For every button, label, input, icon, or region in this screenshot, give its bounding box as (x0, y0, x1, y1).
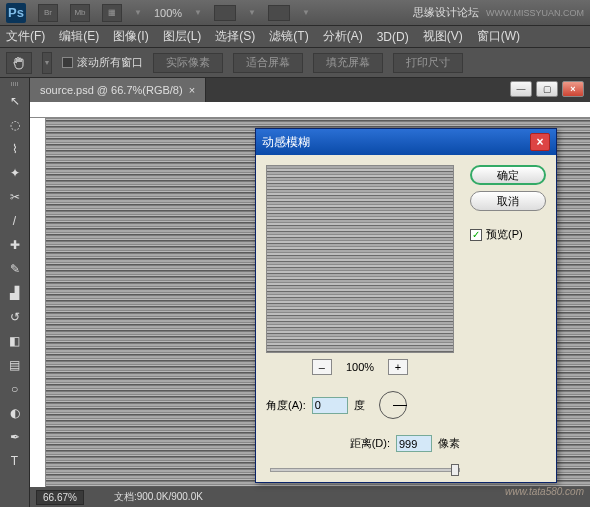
menu-edit[interactable]: 编辑(E) (59, 28, 99, 45)
menu-file[interactable]: 文件(F) (6, 28, 45, 45)
checkbox-icon (62, 57, 73, 68)
preview-zoom: 100% (346, 361, 374, 373)
move-tool-icon[interactable]: ↖ (3, 90, 27, 112)
screen-mode-icon[interactable]: ▦ (102, 4, 122, 22)
type-tool-icon[interactable]: T (3, 450, 27, 472)
brush-tool-icon[interactable]: ✎ (3, 258, 27, 280)
gradient-tool-icon[interactable]: ▤ (3, 354, 27, 376)
dodge-tool-icon[interactable]: ◐ (3, 402, 27, 424)
stamp-tool-icon[interactable]: ▟ (3, 282, 27, 304)
marquee-tool-icon[interactable]: ◌ (3, 114, 27, 136)
angle-dial[interactable] (379, 391, 407, 419)
menu-view[interactable]: 视图(V) (423, 28, 463, 45)
workspace-icon[interactable] (268, 5, 290, 21)
menu-3d[interactable]: 3D(D) (377, 30, 409, 44)
ruler-vertical (30, 118, 46, 487)
tool-dropdown[interactable]: ▼ (42, 52, 52, 74)
dialog-title: 动感模糊 (262, 134, 310, 151)
distance-slider[interactable] (270, 468, 460, 472)
menu-window[interactable]: 窗口(W) (477, 28, 520, 45)
distance-row: 距离(D): 像素 (266, 435, 460, 452)
status-zoom[interactable]: 66.67% (36, 490, 84, 505)
actual-pixels-button[interactable]: 实际像素 (153, 53, 223, 73)
preview-panel: – 100% + (266, 165, 454, 375)
app-topbar: Ps Br Mb ▦ ▼ 100% ▼ ▼ ▼ 思缘设计论坛 WWW.MISSY… (0, 0, 590, 26)
dropdown-arrow-4[interactable]: ▼ (302, 8, 310, 17)
heal-tool-icon[interactable]: ✚ (3, 234, 27, 256)
checkbox-checked-icon: ✓ (470, 229, 482, 241)
angle-input[interactable] (312, 397, 348, 414)
preview-checkbox[interactable]: ✓ 预览(P) (470, 227, 546, 242)
document-tab[interactable]: source.psd @ 66.7%(RGB/8) × (30, 78, 206, 102)
ps-logo: Ps (6, 3, 26, 23)
hand-tool-icon[interactable] (6, 52, 32, 74)
ok-button[interactable]: 确定 (470, 165, 546, 185)
dropdown-arrow-3[interactable]: ▼ (248, 8, 256, 17)
status-docinfo: 文档:900.0K/900.0K (114, 490, 203, 504)
lasso-tool-icon[interactable]: ⌇ (3, 138, 27, 160)
cancel-button[interactable]: 取消 (470, 191, 546, 211)
mb-icon[interactable]: Mb (70, 4, 90, 22)
tab-title: source.psd @ 66.7%(RGB/8) (40, 84, 183, 96)
dropdown-arrow-1[interactable]: ▼ (134, 8, 142, 17)
angle-unit: 度 (354, 398, 365, 413)
scroll-all-checkbox[interactable]: 滚动所有窗口 (62, 55, 143, 70)
motion-blur-dialog: 动感模糊 × – 100% + 角度(A): 度 距离( (255, 128, 557, 483)
tab-close-icon[interactable]: × (189, 84, 195, 96)
dropdown-arrow-2[interactable]: ▼ (194, 8, 202, 17)
zoom-out-button[interactable]: – (312, 359, 332, 375)
zoom-row: – 100% + (266, 359, 454, 375)
option-bar: ▼ 滚动所有窗口 实际像素 适合屏幕 填充屏幕 打印尺寸 (0, 48, 590, 78)
scroll-all-label: 滚动所有窗口 (77, 55, 143, 70)
pen-tool-icon[interactable]: ✒ (3, 426, 27, 448)
maximize-button[interactable]: ▢ (536, 81, 558, 97)
menu-layer[interactable]: 图层(L) (163, 28, 202, 45)
preview-image[interactable] (266, 165, 454, 353)
zoom-in-button[interactable]: + (388, 359, 408, 375)
dialog-titlebar[interactable]: 动感模糊 × (256, 129, 556, 155)
brand-label: 思缘设计论坛 WWW.MISSYUAN.COM (413, 5, 584, 20)
close-button[interactable]: × (562, 81, 584, 97)
ruler-horizontal (30, 102, 590, 118)
arrange-icon[interactable] (214, 5, 236, 21)
menu-filter[interactable]: 滤镜(T) (269, 28, 308, 45)
fit-screen-button[interactable]: 适合屏幕 (233, 53, 303, 73)
distance-input[interactable] (396, 435, 432, 452)
brand-url: WWW.MISSYUAN.COM (486, 8, 584, 18)
wand-tool-icon[interactable]: ✦ (3, 162, 27, 184)
menu-analysis[interactable]: 分析(A) (323, 28, 363, 45)
window-buttons: — ▢ × (504, 78, 590, 102)
dialog-body: – 100% + 角度(A): 度 距离(D): 像素 (256, 155, 556, 482)
menubar: 文件(F) 编辑(E) 图像(I) 图层(L) 选择(S) 滤镜(T) 分析(A… (0, 26, 590, 48)
preview-label: 预览(P) (486, 227, 523, 242)
eyedropper-tool-icon[interactable]: / (3, 210, 27, 232)
menu-image[interactable]: 图像(I) (113, 28, 148, 45)
slider-thumb[interactable] (451, 464, 459, 476)
distance-unit: 像素 (438, 436, 460, 451)
angle-row: 角度(A): 度 (266, 391, 460, 419)
toolbox-grab[interactable] (3, 82, 27, 88)
print-size-button[interactable]: 打印尺寸 (393, 53, 463, 73)
zoom-display[interactable]: 100% (154, 7, 182, 19)
dialog-close-icon[interactable]: × (530, 133, 550, 151)
brand-text: 思缘设计论坛 (413, 6, 479, 18)
crop-tool-icon[interactable]: ✂ (3, 186, 27, 208)
history-brush-icon[interactable]: ↺ (3, 306, 27, 328)
blur-tool-icon[interactable]: ○ (3, 378, 27, 400)
dialog-buttons: 确定 取消 ✓ 预览(P) (470, 165, 546, 472)
angle-label: 角度(A): (266, 398, 306, 413)
minimize-button[interactable]: — (510, 81, 532, 97)
bridge-icon[interactable]: Br (38, 4, 58, 22)
toolbox: ↖ ◌ ⌇ ✦ ✂ / ✚ ✎ ▟ ↺ ◧ ▤ ○ ◐ ✒ T (0, 78, 30, 507)
eraser-tool-icon[interactable]: ◧ (3, 330, 27, 352)
document-tabs: source.psd @ 66.7%(RGB/8) × — ▢ × (30, 78, 590, 102)
watermark: www.tata580.com (505, 486, 584, 497)
menu-select[interactable]: 选择(S) (215, 28, 255, 45)
parameters: 角度(A): 度 距离(D): 像素 (266, 391, 460, 472)
fill-screen-button[interactable]: 填充屏幕 (313, 53, 383, 73)
distance-label: 距离(D): (350, 436, 390, 451)
